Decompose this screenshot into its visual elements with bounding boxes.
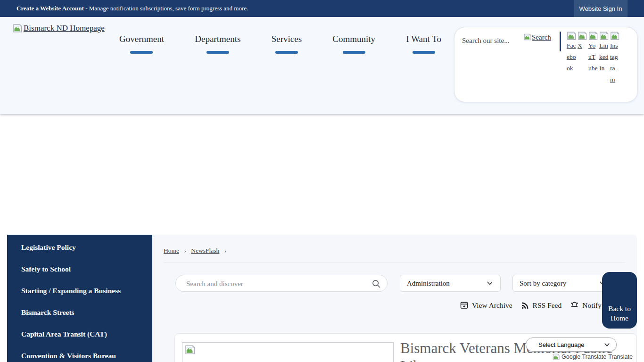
top-utility-bar: Create a Website Account - Manage notifi… [0, 0, 644, 17]
sidebar-item-capital-area-transit[interactable]: Capital Area Transit (CAT) [7, 323, 152, 345]
breadcrumb-newsflash-link[interactable]: NewsFlash [191, 247, 219, 254]
nav-label: Community [332, 33, 375, 45]
rss-icon [521, 301, 529, 310]
category-filter-value: Administration [407, 280, 450, 288]
view-archive-label: View Archive [472, 301, 512, 310]
breadcrumb-separator: › [184, 247, 186, 254]
social-link-x[interactable]: X [578, 32, 587, 85]
website-sign-in-button[interactable]: Website Sign In [574, 0, 627, 17]
breadcrumb-separator: › [224, 247, 227, 254]
view-archive-link[interactable]: View Archive [460, 301, 512, 310]
social-link-facebook[interactable]: Facebook [567, 32, 576, 85]
archive-icon [460, 301, 469, 310]
account-promo-text: Create a Website Account - Manage notifi… [17, 5, 248, 12]
sort-filter-value: Sort by category [520, 280, 566, 288]
social-link-linkedin[interactable]: LinkedIn [599, 32, 609, 85]
site-search-input[interactable]: Search our site... [462, 37, 509, 45]
social-alt-text[interactable]: YouTube [588, 40, 598, 74]
broken-image-icon [578, 32, 587, 40]
breadcrumb: Home › NewsFlash › [164, 247, 230, 255]
nav-underline [130, 51, 153, 54]
translate-label: Translate [608, 354, 633, 360]
search-icon[interactable] [372, 279, 381, 288]
sidebar-item-safely-to-school[interactable]: Safely to School [7, 258, 152, 280]
broken-image-icon [599, 32, 609, 40]
social-links: Facebook X YouTube LinkedIn Instagram [567, 32, 619, 85]
nav-underline [413, 51, 435, 54]
newsflash-actions: View Archive RSS Feed Notify Me [460, 301, 613, 310]
google-translate-attribution: Google Translate Translate [553, 354, 633, 360]
nav-label: Departments [195, 33, 240, 45]
nav-label: I Want To [406, 33, 441, 45]
nav-underline [275, 51, 298, 54]
broken-image-icon [553, 354, 560, 360]
nav-label: Services [272, 33, 302, 45]
nav-underline [343, 51, 365, 54]
social-alt-text[interactable]: Instagram [610, 40, 619, 85]
nav-item-i-want-to[interactable]: I Want To [406, 33, 441, 54]
broken-image-icon [567, 32, 576, 40]
logo-alt-text: Bismarck ND Homepage [24, 24, 105, 33]
social-alt-text[interactable]: X [578, 40, 587, 51]
vertical-divider [560, 32, 561, 51]
social-alt-text[interactable]: Facebook [567, 40, 576, 74]
left-sidebar-nav: Legislative Policy Safely to School Star… [7, 235, 152, 362]
rss-feed-label: RSS Feed [533, 301, 562, 310]
site-header: Bismarck ND Homepage Government Departme… [0, 17, 644, 114]
broken-image-icon [588, 32, 598, 40]
google-translate-logo-alt[interactable]: Google Translate [561, 354, 606, 360]
newsflash-search-box [175, 275, 388, 292]
account-promo-rest: - Manage notification subscriptions, sav… [84, 5, 248, 12]
social-link-instagram[interactable]: Instagram [610, 32, 619, 85]
main-navigation: Government Departments Services Communit… [119, 33, 441, 54]
sort-filter-select[interactable]: Sort by category [512, 275, 613, 292]
chevron-down-icon [486, 280, 494, 287]
language-select[interactable]: Select Language [526, 337, 617, 352]
breadcrumb-home-link[interactable]: Home [164, 247, 179, 254]
broken-image-icon [610, 32, 619, 40]
search-alt-text: Search [532, 33, 551, 41]
social-alt-text[interactable]: LinkedIn [599, 40, 609, 74]
category-filter-select[interactable]: Administration [400, 275, 501, 292]
page: Create a Website Account - Manage notifi… [0, 0, 644, 362]
chevron-down-icon [603, 341, 611, 348]
nav-item-departments[interactable]: Departments [195, 33, 240, 54]
site-search-panel: Search our site... Search Facebook X [454, 27, 638, 102]
broken-image-icon [185, 345, 195, 354]
breadcrumb-divider [164, 263, 626, 263]
nav-item-services[interactable]: Services [272, 33, 302, 54]
social-link-youtube[interactable]: YouTube [588, 32, 598, 85]
search-submit-link[interactable]: Search [524, 33, 551, 41]
news-item-image-placeholder [182, 342, 394, 362]
language-select-value: Select Language [538, 341, 585, 348]
nav-underline [206, 51, 229, 54]
rss-feed-link[interactable]: RSS Feed [521, 301, 562, 310]
sidebar-item-starting-expanding-business[interactable]: Starting / Expanding a Business [7, 280, 152, 302]
sidebar-item-convention-visitors-bureau[interactable]: Convention & Visitors Bureau [7, 345, 152, 362]
home-logo-link[interactable]: Bismarck ND Homepage [13, 24, 105, 33]
account-promo-bold[interactable]: Create a Website Account [17, 5, 84, 12]
broken-image-icon [13, 24, 22, 33]
sidebar-item-bismarck-streets[interactable]: Bismarck Streets [7, 302, 152, 323]
broken-image-icon [524, 33, 531, 41]
nav-item-government[interactable]: Government [119, 33, 164, 54]
newsflash-search-input[interactable] [185, 275, 371, 292]
bell-icon [570, 301, 579, 310]
nav-label: Government [119, 33, 164, 45]
back-to-home-button[interactable]: Back to Home [602, 272, 637, 329]
nav-item-community[interactable]: Community [332, 33, 375, 54]
sidebar-item-legislative-policy[interactable]: Legislative Policy [7, 237, 152, 258]
